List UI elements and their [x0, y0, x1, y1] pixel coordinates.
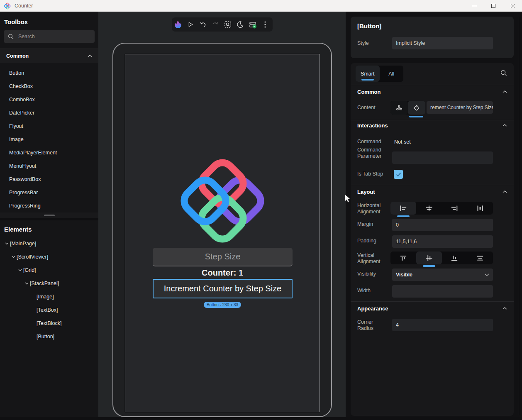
toolbox-item-flyout[interactable]: Flyout: [0, 120, 98, 133]
visibility-dropdown[interactable]: Visible: [392, 269, 493, 281]
minimize-button[interactable]: [465, 0, 484, 12]
play-icon[interactable]: [184, 17, 197, 32]
section-layout[interactable]: Layout: [357, 188, 507, 195]
device-frame: Step Size Counter: 1 Increment Counter b…: [112, 43, 332, 417]
toolbox-item-passwordbox[interactable]: PasswordBox: [0, 173, 98, 186]
divider: [351, 120, 514, 120]
redo-icon[interactable]: [209, 17, 222, 32]
check-icon: [396, 172, 401, 177]
properties-card: Smart All Common Content: [351, 63, 514, 416]
tree-item-scrollviewer[interactable]: [ScrollViewer]: [0, 250, 98, 264]
vertical-alignment-indicator: [423, 265, 435, 267]
tree-item-label: [TextBlock]: [37, 320, 61, 326]
panel-resize-handle[interactable]: [0, 212, 98, 218]
tree-item-image[interactable]: [Image]: [0, 290, 98, 303]
section-appearance[interactable]: Appearance: [357, 305, 507, 312]
toolbox-item-checkbox[interactable]: CheckBox: [0, 80, 98, 93]
tree-item-label: [ScrollViewer]: [17, 254, 48, 260]
titlebar: Counter: [0, 0, 522, 12]
chevron-down-icon[interactable]: [17, 269, 23, 271]
margin-input[interactable]: 0: [392, 219, 493, 231]
toolbox-panel: Toolbox Common Button CheckBox ComboBox …: [0, 12, 98, 420]
toolbox-item-button[interactable]: Button: [0, 66, 98, 80]
tree-item-grid[interactable]: [Grid]: [0, 264, 98, 277]
tree-item-button[interactable]: [Button]: [0, 330, 98, 343]
tree-item-textblock[interactable]: [TextBlock]: [0, 317, 98, 330]
device-screen: Step Size Counter: 1 Increment Counter b…: [125, 54, 320, 412]
toolbox-item-datepicker[interactable]: DatePicker: [0, 106, 98, 120]
section-common[interactable]: Common: [357, 88, 507, 95]
content-input[interactable]: rement Counter by Step Size: [427, 101, 493, 114]
property-search-icon[interactable]: [500, 70, 507, 76]
elements-title: Elements: [0, 220, 98, 237]
increment-counter-button[interactable]: Increment Counter by Step Size: [153, 279, 293, 298]
counter-textblock[interactable]: Counter: 1: [125, 268, 320, 278]
tree-item-label: [MainPage]: [10, 241, 36, 247]
toolbox-item-menuflyout[interactable]: MenuFlyout: [0, 159, 98, 173]
width-label: Width: [357, 288, 371, 294]
selected-element-card: [Button] Style Implicit Style: [351, 17, 514, 58]
chevron-down-icon[interactable]: [3, 242, 10, 245]
tab-smart[interactable]: Smart: [356, 66, 380, 82]
toolbox-item-image[interactable]: Image: [0, 133, 98, 146]
tree-item-mainpage[interactable]: [MainPage]: [0, 237, 98, 250]
align-center-horizontal-icon[interactable]: [416, 202, 442, 215]
width-input[interactable]: [392, 285, 493, 298]
search-icon: [8, 34, 14, 39]
step-size-textbox[interactable]: Step Size: [153, 248, 293, 266]
tree-item-textbox[interactable]: [TextBox]: [0, 303, 98, 317]
style-input[interactable]: Implicit Style: [392, 37, 493, 49]
app-logo-image[interactable]: [177, 155, 268, 247]
corner-radius-label: Corner Radius: [357, 319, 382, 332]
toolbox-item-list: Button CheckBox ComboBox DatePicker Flyo…: [0, 63, 98, 212]
undo-icon[interactable]: [197, 17, 209, 32]
toolbox-item-mediaplayerelement[interactable]: MediaPlayerElement: [0, 146, 98, 159]
section-layout-title: Layout: [357, 189, 375, 195]
window-title: Counter: [15, 3, 33, 9]
hot-reload-flame-icon[interactable]: [172, 17, 184, 32]
binding-icon[interactable]: [390, 101, 408, 115]
tab-smart-label: Smart: [361, 71, 374, 77]
toolbox-item-progressring[interactable]: ProgressRing: [0, 199, 98, 212]
more-options-icon[interactable]: [259, 17, 271, 32]
tree-item-stackpanel[interactable]: [StackPanel]: [0, 277, 98, 290]
horizontal-alignment-group: [390, 202, 493, 215]
chevron-down-icon[interactable]: [23, 282, 30, 285]
toolbox-search[interactable]: [4, 30, 95, 43]
padding-input[interactable]: 11,5,11,6: [392, 235, 493, 248]
corner-radius-input[interactable]: 4: [392, 319, 493, 331]
tab-all[interactable]: All: [380, 66, 404, 82]
literal-tag-icon[interactable]: [408, 101, 425, 115]
section-common-title: Common: [357, 89, 381, 95]
align-stretch-vertical-icon[interactable]: [467, 252, 493, 264]
search-input[interactable]: [17, 33, 90, 40]
align-center-vertical-icon[interactable]: [416, 252, 442, 264]
designer-toolbar: [172, 17, 273, 32]
toolbox-item-progressbar[interactable]: ProgressBar: [0, 186, 98, 199]
chevron-up-icon: [88, 55, 92, 57]
align-right-icon[interactable]: [442, 202, 468, 215]
dark-mode-moon-icon[interactable]: [234, 17, 246, 32]
align-stretch-horizontal-icon[interactable]: [467, 202, 493, 215]
align-top-icon[interactable]: [390, 252, 416, 264]
close-button[interactable]: [503, 0, 522, 12]
command-parameter-input[interactable]: [392, 151, 493, 164]
toolbox-section-common[interactable]: Common: [0, 49, 98, 63]
chevron-up-icon: [502, 124, 507, 127]
scrollbar[interactable]: [519, 17, 519, 415]
toolbox-item-combobox[interactable]: ComboBox: [0, 93, 98, 106]
command-value[interactable]: Not set: [394, 139, 411, 145]
section-interactions[interactable]: Interactions: [357, 122, 507, 129]
vertical-alignment-label: Vertical Alignment: [357, 252, 389, 265]
maximize-button[interactable]: [484, 0, 503, 12]
connection-status-ok-icon[interactable]: [246, 17, 259, 32]
chevron-down-icon[interactable]: [10, 256, 17, 258]
divider: [351, 185, 514, 185]
is-tab-stop-checkbox[interactable]: [394, 170, 403, 179]
app-logo-icon: [4, 2, 11, 10]
align-left-icon[interactable]: [390, 202, 416, 215]
align-bottom-icon[interactable]: [442, 252, 468, 264]
padding-label: Padding: [357, 238, 376, 244]
inspect-element-icon[interactable]: [222, 17, 234, 32]
chevron-up-icon: [502, 90, 507, 93]
